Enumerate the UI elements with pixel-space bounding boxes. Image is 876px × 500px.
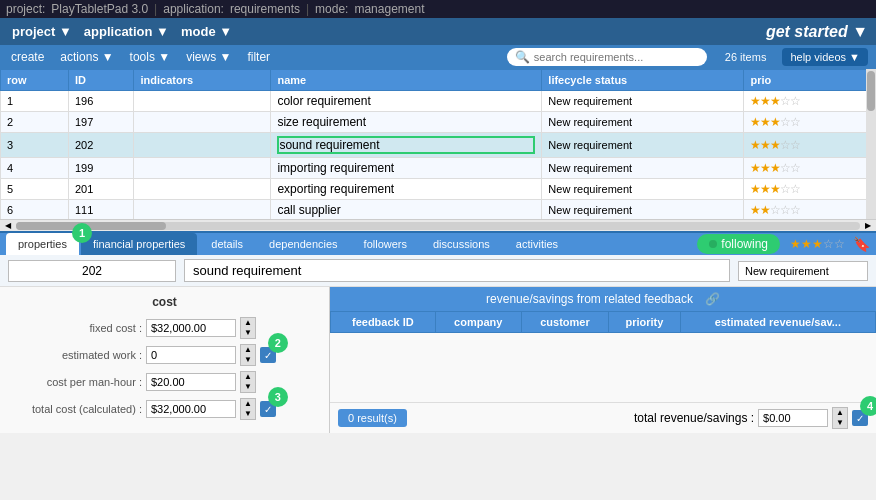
table-cell-indicators — [134, 112, 271, 133]
est-up[interactable]: ▲ — [241, 345, 255, 355]
table-cell-indicators — [134, 200, 271, 220]
table-cell-stars: ★★☆☆☆ — [744, 200, 876, 220]
badge-1: 1 — [72, 223, 92, 243]
detail-status-select[interactable]: New requirement — [738, 261, 868, 281]
badge-2: 2 — [268, 333, 288, 353]
tab-followers[interactable]: followers — [352, 233, 419, 255]
col-indicators: indicators — [134, 70, 271, 91]
create-button[interactable]: create — [8, 49, 47, 65]
revenue-table: feedback ID company customer priority es… — [330, 311, 876, 333]
filled-stars: ★★★ — [790, 237, 823, 251]
table-cell-row: 2 — [1, 112, 69, 133]
table-cell-id: 197 — [69, 112, 134, 133]
tab-financial[interactable]: financial properties — [81, 233, 197, 255]
filter-button[interactable]: filter — [244, 49, 273, 65]
cost-per-man-hour-spinner: ▲ ▼ — [240, 371, 256, 393]
col-status: lifecycle status — [542, 70, 744, 91]
tc-down[interactable]: ▼ — [241, 409, 255, 419]
table-cell-row: 1 — [1, 91, 69, 112]
total-cost-row: total cost (calculated) : ▲ ▼ ✓ 3 — [12, 398, 317, 420]
search-input[interactable] — [534, 51, 694, 63]
cost-per-man-hour-input[interactable] — [146, 373, 236, 391]
nav-project[interactable]: project ▼ — [8, 22, 76, 41]
detail-id-field[interactable] — [8, 260, 176, 282]
tab-dependencies[interactable]: dependencies — [257, 233, 350, 255]
actions-button[interactable]: actions ▼ — [57, 49, 116, 65]
table-cell-row: 6 — [1, 200, 69, 220]
fixed-cost-down[interactable]: ▼ — [241, 328, 255, 338]
table-cell-name[interactable]: call supplier — [271, 200, 542, 220]
total-revenue-input[interactable] — [758, 409, 828, 427]
tr-up[interactable]: ▲ — [833, 408, 847, 418]
search-box: 🔍 — [507, 48, 707, 66]
tools-button[interactable]: tools ▼ — [127, 49, 174, 65]
table-cell-name[interactable]: sound requirement — [271, 133, 542, 158]
table-cell-stars: ★★★☆☆ — [744, 133, 876, 158]
estimated-work-spinner: ▲ ▼ — [240, 344, 256, 366]
nav-mode[interactable]: mode ▼ — [177, 22, 236, 41]
table-cell-name[interactable]: color requirement — [271, 91, 542, 112]
fixed-cost-input[interactable] — [146, 319, 236, 337]
cph-down[interactable]: ▼ — [241, 382, 255, 392]
bookmark-icon[interactable]: 🔖 — [853, 236, 870, 252]
table-cell-indicators — [134, 158, 271, 179]
items-count: 26 items — [725, 51, 767, 63]
tab-properties[interactable]: properties — [6, 233, 79, 255]
nav-application[interactable]: application ▼ — [80, 22, 173, 41]
total-cost-input[interactable] — [146, 400, 236, 418]
cph-up[interactable]: ▲ — [241, 372, 255, 382]
table-cell-name[interactable]: importing requirement — [271, 158, 542, 179]
cost-title: cost — [12, 295, 317, 309]
rev-col-priority: priority — [609, 312, 680, 333]
table-cell-stars: ★★★☆☆ — [744, 179, 876, 200]
tab-discussions[interactable]: discussions — [421, 233, 502, 255]
rev-col-feedback-id: feedback ID — [331, 312, 436, 333]
col-id: ID — [69, 70, 134, 91]
bottom-panels: cost fixed cost : ▲ ▼ estimated work : ▲… — [0, 287, 876, 433]
table-cell-name[interactable]: size requirement — [271, 112, 542, 133]
estimated-work-row: estimated work : ▲ ▼ ✓ 2 — [12, 344, 317, 366]
requirements-table: row ID indicators name lifecycle status … — [0, 69, 876, 219]
table-cell-stars: ★★★☆☆ — [744, 158, 876, 179]
search-icon: 🔍 — [515, 50, 530, 64]
table-cell-row: 3 — [1, 133, 69, 158]
badge-3: 3 — [268, 387, 288, 407]
get-started-button[interactable]: get started ▼ — [766, 23, 868, 41]
col-name: name — [271, 70, 542, 91]
scroll-left-icon[interactable]: ◀ — [2, 221, 14, 230]
table-cell-indicators — [134, 91, 271, 112]
tc-up[interactable]: ▲ — [241, 399, 255, 409]
table-cell-status: New requirement — [542, 158, 744, 179]
table-cell-id: 201 — [69, 179, 134, 200]
top-bar: project: PlayTabletPad 3.0 | application… — [0, 0, 876, 18]
fixed-cost-up[interactable]: ▲ — [241, 318, 255, 328]
following-dot-icon — [709, 240, 717, 248]
project-label: project: — [6, 2, 45, 16]
revenue-title: revenue/savings from related feedback — [486, 292, 693, 306]
following-button[interactable]: following — [697, 234, 780, 254]
est-down[interactable]: ▼ — [241, 355, 255, 365]
stars-rating: ★★★ ☆☆ — [790, 237, 845, 251]
tab-activities[interactable]: activities — [504, 233, 570, 255]
cost-per-man-hour-label: cost per man-hour : — [12, 376, 142, 388]
revenue-header: revenue/savings from related feedback 🔗 — [330, 287, 876, 311]
table-cell-stars: ★★★☆☆ — [744, 112, 876, 133]
vertical-scrollbar[interactable] — [866, 69, 876, 219]
detail-name-field[interactable] — [184, 259, 730, 282]
table-cell-status: New requirement — [542, 200, 744, 220]
estimated-work-label: estimated work : — [12, 349, 142, 361]
scroll-right-icon[interactable]: ▶ — [862, 221, 874, 230]
detail-row: New requirement — [0, 255, 876, 287]
help-button[interactable]: help videos ▼ — [782, 48, 868, 66]
table-cell-name[interactable]: exporting requirement — [271, 179, 542, 200]
tab-details[interactable]: details — [199, 233, 255, 255]
results-button[interactable]: 0 result(s) — [338, 409, 407, 427]
estimated-work-input[interactable] — [146, 346, 236, 364]
table-cell-id: 196 — [69, 91, 134, 112]
table-cell-status: New requirement — [542, 91, 744, 112]
total-revenue-section: total revenue/savings : ▲ ▼ ✓ 4 — [634, 407, 868, 429]
link-icon[interactable]: 🔗 — [705, 292, 720, 306]
tr-down[interactable]: ▼ — [833, 418, 847, 428]
views-button[interactable]: views ▼ — [183, 49, 234, 65]
following-label: following — [721, 237, 768, 251]
